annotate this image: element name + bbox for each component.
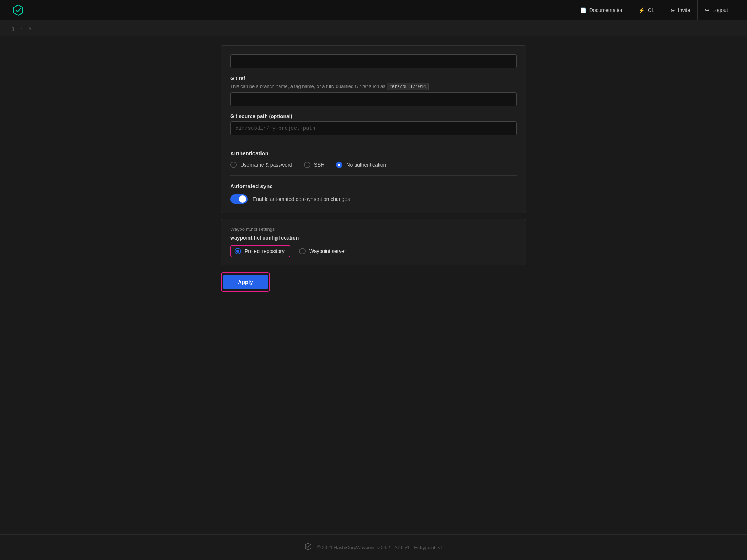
apply-button[interactable]: Apply (223, 275, 268, 289)
auth-no-auth-option[interactable]: No authentication (336, 162, 386, 168)
waypoint-logo-icon (12, 4, 25, 17)
waypoint-hcl-config-label: waypoint.hcl config location (230, 235, 517, 241)
doc-icon: 📄 (580, 7, 587, 13)
auth-username-password-option[interactable]: Username & password (230, 162, 292, 168)
waypoint-server-radio-dot (299, 248, 306, 254)
automated-sync-label: Automated sync (230, 183, 517, 189)
logout-link[interactable]: ↪ Logout (697, 0, 735, 20)
logo (12, 4, 25, 17)
waypoint-hcl-title: Waypoint.hcl settings (230, 226, 517, 232)
footer-logo-icon (304, 542, 313, 553)
breadcrumb-partial: g · y (12, 26, 59, 31)
git-url-group: https://github.com/tunzor/wp-example.git (230, 54, 517, 68)
git-ref-group: Git ref This can be a branch name, a tag… (230, 75, 517, 106)
git-ref-description: This can be a branch name, a tag name, o… (230, 83, 517, 89)
cli-link[interactable]: ⚡ CLI (631, 0, 663, 20)
toggle-row: Enable automated deployment on changes (230, 194, 517, 204)
auth-divider (230, 143, 517, 143)
auth-ssh-label: SSH (314, 162, 325, 168)
project-repository-option[interactable]: Project repository (230, 245, 290, 257)
sync-divider (230, 175, 517, 176)
auth-username-password-label: Username & password (240, 162, 292, 168)
breadcrumb: g · y (12, 26, 59, 31)
git-ref-code: refs/pull/1014 (387, 83, 429, 90)
main-content: https://github.com/tunzor/wp-example.git… (209, 36, 538, 534)
authentication-radio-group: Username & password SSH No authenticatio… (230, 162, 517, 168)
invite-link[interactable]: ⊕ Invite (663, 0, 697, 20)
waypoint-server-option[interactable]: Waypoint server (299, 248, 346, 254)
auth-ssh-option[interactable]: SSH (304, 162, 325, 168)
breadcrumb-bar: g · y (0, 20, 747, 36)
git-source-path-input[interactable] (230, 121, 517, 135)
project-repository-label: Project repository (245, 248, 285, 254)
automated-sync-toggle-label: Enable automated deployment on changes (253, 196, 350, 202)
automated-sync-group: Automated sync Enable automated deployme… (230, 183, 517, 204)
waypoint-hcl-section: Waypoint.hcl settings waypoint.hcl confi… (221, 219, 526, 265)
auth-no-auth-radio[interactable] (336, 162, 342, 168)
documentation-link[interactable]: 📄 Documentation (573, 0, 631, 20)
footer-api: API: v1 (394, 545, 410, 550)
footer: © 2021 HashiCorpWaypoint v0.6.2 API: v1 … (0, 534, 747, 560)
git-url-section: https://github.com/tunzor/wp-example.git… (221, 45, 526, 213)
footer-copyright: © 2021 HashiCorpWaypoint v0.6.2 (317, 545, 390, 550)
nav-links: 📄 Documentation ⚡ CLI ⊕ Invite ↪ Logout (573, 0, 735, 20)
git-ref-label: Git ref (230, 75, 517, 81)
auth-username-password-radio[interactable] (230, 162, 237, 168)
automated-sync-toggle[interactable] (230, 194, 248, 204)
hashicorp-icon (304, 542, 313, 551)
git-url-input[interactable]: https://github.com/tunzor/wp-example.git (230, 54, 517, 68)
authentication-label: Authentication (230, 150, 517, 156)
cli-icon: ⚡ (639, 7, 645, 13)
navbar: 📄 Documentation ⚡ CLI ⊕ Invite ↪ Logout (0, 0, 747, 20)
waypoint-hcl-radio-group: Project repository Waypoint server (230, 245, 517, 257)
toggle-slider (230, 194, 248, 204)
git-source-path-group: Git source path (optional) (230, 113, 517, 135)
git-source-path-label: Git source path (optional) (230, 113, 517, 119)
footer-entrypoint: Entrypoint: v1 (414, 545, 443, 550)
project-repository-radio-dot (235, 248, 241, 254)
waypoint-server-label: Waypoint server (309, 248, 346, 254)
git-ref-input[interactable]: hashicups (230, 92, 517, 106)
auth-ssh-radio[interactable] (304, 162, 310, 168)
auth-no-auth-label: No authentication (346, 162, 386, 168)
invite-icon: ⊕ (671, 7, 675, 13)
logout-icon: ↪ (705, 7, 709, 13)
authentication-group: Authentication Username & password SSH N… (230, 150, 517, 168)
apply-button-wrapper: Apply (221, 272, 270, 292)
